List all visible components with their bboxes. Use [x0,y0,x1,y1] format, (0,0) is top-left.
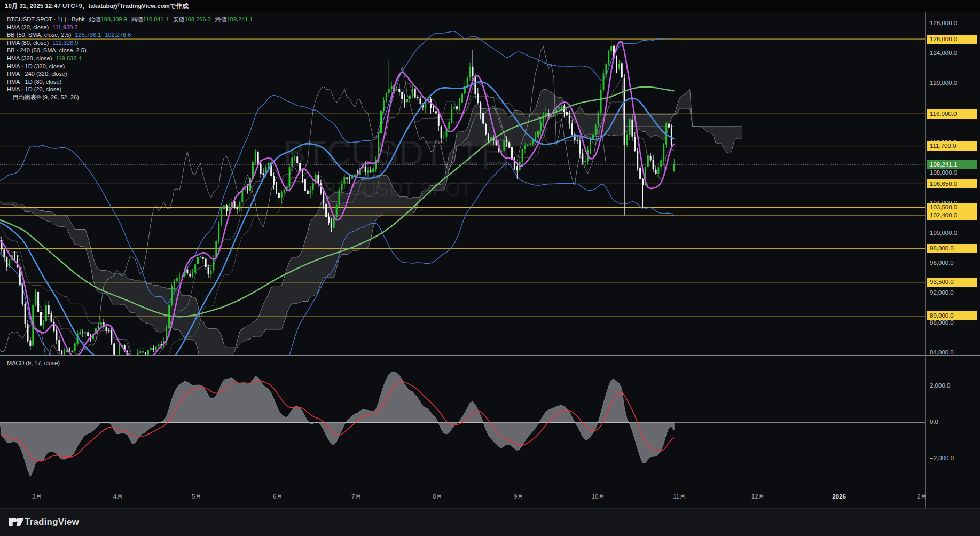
price-tick: 100,000.0 [930,230,957,236]
macd-tick: 0.0 [930,419,938,425]
time-axis-label: 4月 [113,493,123,500]
footer-bar: TradingView [0,508,980,536]
price-tick: 128,000.0 [930,20,957,26]
indicator-label: HMA · 1D (80, close) [7,78,61,85]
level-price-badge[interactable]: 116,000.0 [927,109,977,119]
macd-tick: −2,000.0 [930,455,954,461]
symbol-title: BTCUSDT SPOT · 1日 · Bybit [7,16,85,22]
legend-main-row[interactable]: BTCUSDT SPOT · 1日 · Bybit始値108,309.9高値11… [7,15,253,23]
level-price-badge[interactable]: 126,000.0 [927,35,977,44]
legend-indicator-row[interactable]: HMA · 240 (320, close) [7,70,253,78]
indicator-label: BB (50, SMA, close, 2.5) [7,31,71,38]
time-axis-label: 10月 [592,493,605,500]
indicator-label: HMA · 1D (320, close) [7,63,65,69]
indicator-legend: BTCUSDT SPOT · 1日 · Bybit始値108,309.9高値11… [7,15,253,101]
indicator-value: 111,938.2 [52,24,77,30]
ohlc-label: 始値 [89,16,101,22]
time-axis-label: 8月 [433,493,442,500]
level-price-badge[interactable]: 102,400.0 [927,211,977,220]
level-price-badge[interactable]: 111,700.0 [927,141,977,151]
indicator-label: HMA (80, close) [7,40,49,46]
tradingview-logo-icon[interactable] [9,517,24,529]
level-price-badge[interactable]: 98,000.0 [927,244,977,253]
price-tick: 84,000.0 [930,349,954,356]
time-axis-label: 9月 [514,493,523,500]
time-axis-label: 12月 [751,493,764,500]
macd-legend-label[interactable]: MACD (9, 17, close) [7,360,60,366]
ohlc-label: 安値 [173,16,185,22]
indicator-label: HMA · 1D (20, close) [7,86,61,92]
snapshot-info-bar: 10月 31, 2025 12:47 UTC+9、takatabaがTradin… [0,0,980,12]
indicator-label: BB · 240 (50, SMA, close, 2.5) [7,47,87,53]
ohlc-label: 高値 [131,16,143,22]
price-axis[interactable]: 128,000.0124,000.0120,000.0112,000.0108,… [926,12,980,508]
time-axis-label: 3月 [32,493,42,500]
legend-indicator-row[interactable]: HMA · 1D (80, close) [7,78,253,86]
legend-indicator-row[interactable]: HMA (20, close)111,938.2 [7,23,253,31]
legend-indicator-row[interactable]: HMA · 1D (320, close) [7,62,253,70]
indicator-label: HMA (20, close) [7,24,49,30]
indicator-value: 102,278.6 [105,31,131,38]
legend-indicator-row[interactable]: HMA · 1D (20, close) [7,85,253,93]
time-axis-label: 6月 [273,493,283,500]
price-tick: 96,000.0 [930,259,954,266]
price-tick: 124,000.0 [930,50,957,56]
price-tick: 92,000.0 [930,289,954,296]
last-price-badge[interactable]: 109,241.1 [927,160,977,169]
indicator-value: 119,838.4 [56,55,81,61]
tradingview-brand-text[interactable]: TradingView [25,517,79,527]
legend-indicator-row[interactable]: BB · 240 (50, SMA, close, 2.5) [7,46,253,54]
time-axis-label: 2026 [832,493,846,500]
ohlc-value: 110,041.1 [143,16,169,22]
time-axis-label: 11月 [673,493,685,500]
price-tick: 108,000.0 [930,169,957,176]
indicator-value: 112,326.9 [52,40,78,46]
legend-indicator-row[interactable]: BB (50, SMA, close, 2.5)125,736.1102,278… [7,31,253,39]
level-price-badge[interactable]: 89,000.0 [927,311,977,320]
time-axis-label: 7月 [351,493,361,500]
indicator-value: 125,736.1 [75,31,101,38]
time-axis-label: 5月 [192,493,201,500]
price-tick: 120,000.0 [930,80,957,86]
legend-indicator-row[interactable]: 一目均衡表® (9, 26, 52, 26) [7,93,253,101]
snapshot-info-text: 10月 31, 2025 12:47 UTC+9、takatabaがTradin… [5,3,188,9]
indicator-label: HMA · 240 (320, close) [7,70,67,77]
ohlc-label: 終値 [215,16,227,22]
indicator-label: 一目均衡表® (9, 26, 52, 26) [7,94,79,100]
level-price-badge[interactable]: 93,500.0 [927,278,977,287]
macd-tick: 2,000.0 [930,382,950,389]
indicator-label: HMA (320, close) [7,55,52,61]
legend-indicator-row[interactable]: HMA (80, close)112,326.9 [7,39,253,47]
level-price-badge[interactable]: 106,650.0 [927,179,977,188]
chart-area[interactable]: BTCUSDT, 1日BTCUSDT SPOT3月4月5月6月7月8月9月10月… [0,12,980,508]
ohlc-value: 109,241.1 [227,16,253,22]
ohlc-value: 108,309.9 [101,16,127,22]
legend-indicator-row[interactable]: HMA (320, close)119,838.4 [7,54,253,62]
ohlc-value: 108,266.0 [185,16,211,22]
